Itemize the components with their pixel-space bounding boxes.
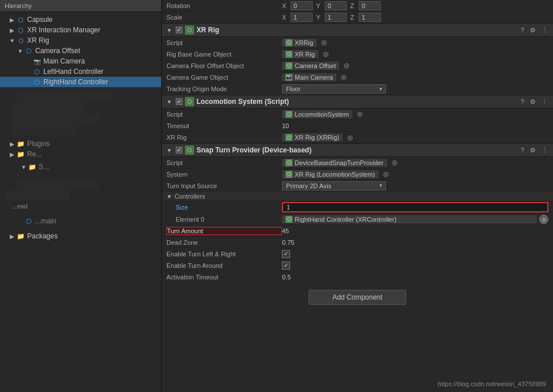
xrrig-help-btn[interactable]: ? xyxy=(519,26,526,34)
snap-turn-toggle[interactable]: ▼ xyxy=(165,146,173,154)
tree-arrow-xr-rig: ▼ xyxy=(8,38,16,44)
snap-turn-input-source-select[interactable]: Primary 2D Axis Secondary 2D Axis xyxy=(282,181,386,191)
xrrig-rig-base-circle[interactable]: ◎ xyxy=(323,50,329,58)
locomotion-comp-icon: ⬡ xyxy=(185,97,194,106)
controllers-size-input[interactable] xyxy=(282,202,548,212)
tree-item-xr-interaction-manager[interactable]: ▶ ⬡ XR Interaction Manager xyxy=(0,25,161,35)
xrrig-cam-floor-circle[interactable]: ◎ xyxy=(344,62,350,69)
tree-item-capsule[interactable]: ▶ ⬡ Capsule xyxy=(0,14,161,25)
controllers-size-value xyxy=(282,202,548,212)
xrrig-script-label: Script xyxy=(166,39,282,46)
xrrig-cam-game-ref: 📷 Main Camera xyxy=(282,73,336,81)
locomotion-xrrig-circle[interactable]: ◎ xyxy=(347,134,353,141)
xrrig-toggle[interactable]: ▼ xyxy=(165,26,173,34)
xrrig-settings-btn[interactable]: ⚙ xyxy=(528,26,537,35)
locomotion-timeout-label: Timeout xyxy=(166,122,282,129)
blurred-text-read: ...ead xyxy=(12,203,28,210)
rotation-y-input[interactable]: 0 xyxy=(325,1,347,10)
locomotion-toggle[interactable]: ▼ xyxy=(165,98,173,106)
rotation-y-item: Y 0 xyxy=(316,1,347,10)
activation-timeout-value: 0.5 xyxy=(282,274,548,281)
locomotion-menu-btn[interactable]: ⋮ xyxy=(540,98,550,106)
hierarchy-title: Hierarchy xyxy=(5,2,32,9)
snap-turn-arrow: ▼ xyxy=(166,147,172,154)
scale-x-item: X 1 xyxy=(282,13,313,22)
scale-z-input[interactable]: 1 xyxy=(359,13,381,22)
snap-turn-input-source-row: Turn Input Source Primary 2D Axis Second… xyxy=(162,180,553,192)
dead-zone-text: 0.75 xyxy=(282,239,294,246)
snap-turn-script-label: Script xyxy=(166,159,282,166)
tree-item-lefthand-controller[interactable]: ⬡ LeftHand Controller xyxy=(0,66,161,77)
xrrig-cam-game-circle[interactable]: ◎ xyxy=(341,73,347,81)
tree-item-blurred1[interactable]: ▶ 📁 Plugins xyxy=(0,139,161,149)
snap-turn-comp-title: Snap Turn Provider (Device-based) xyxy=(196,146,519,154)
folder-icon-packages: 📁 xyxy=(16,232,25,241)
locomotion-settings-btn[interactable]: ⚙ xyxy=(528,98,537,106)
snap-turn-input-source-dropdown-wrapper: Primary 2D Axis Secondary 2D Axis xyxy=(282,181,386,191)
xrrig-tracking-value: Floor Device Unknown xyxy=(282,84,548,94)
blurred-label3: S... xyxy=(39,163,49,171)
add-component-button[interactable]: Add Component xyxy=(309,290,406,305)
element0-select-btn[interactable]: ◎ xyxy=(539,215,548,224)
activation-timeout-row: Activation Timeout 0.5 xyxy=(162,271,553,283)
scale-x-input[interactable]: 1 xyxy=(291,13,313,22)
folder-icon-plugins: 📁 xyxy=(16,139,25,148)
enable-turn-around-checkbox[interactable]: ✓ xyxy=(282,262,290,270)
tree-item-xr-rig[interactable]: ▼ ⬡ XR Rig xyxy=(0,35,161,46)
rotation-z-input[interactable]: 0 xyxy=(359,1,381,10)
snap-turn-settings-btn[interactable]: ⚙ xyxy=(528,146,537,155)
locomotion-script-label: Script xyxy=(166,111,282,118)
tree-item-blurred2[interactable]: ▶ 📁 Re... xyxy=(0,149,161,159)
tree-item-camera-offset[interactable]: ▼ ⬡ Camera Offset xyxy=(0,46,161,56)
xrrig-tracking-select[interactable]: Floor Device Unknown xyxy=(282,84,386,94)
xrrig-actions: ? ⚙ ⋮ xyxy=(519,26,550,35)
locomotion-timeout-value: 10 xyxy=(282,122,548,129)
controllers-header: ▼ Controllers xyxy=(162,192,553,201)
enable-turn-around-value: ✓ xyxy=(282,262,548,270)
snap-turn-help-btn[interactable]: ? xyxy=(519,146,526,154)
locomotion-header: ▼ ⬡ Locomotion System (Script) ? ⚙ ⋮ xyxy=(162,95,553,109)
transform-section: Rotation X 0 Y 0 Z 0 xyxy=(162,0,553,23)
snap-turn-menu-btn[interactable]: ⋮ xyxy=(540,146,550,155)
xrrig-rig-base-value: ⬡ XR Rig ◎ xyxy=(282,50,548,58)
snap-turn-script-circle[interactable]: ◎ xyxy=(392,159,398,166)
rotation-x-input[interactable]: 0 xyxy=(291,1,313,10)
locomotion-script-row: Script ⬡ LocomotionSystem ◎ xyxy=(162,109,553,120)
xrrig-checkbox[interactable] xyxy=(176,27,183,33)
xrrig-script-circle[interactable]: ◎ xyxy=(321,39,327,46)
scale-y-input[interactable]: 1 xyxy=(325,13,347,22)
snap-turn-checkbox[interactable] xyxy=(176,147,183,154)
locomotion-xrrig-value: ⬡ XR Rig (XRRig) ◎ xyxy=(282,133,548,141)
gameobj-icon-main: ⬡ xyxy=(24,216,34,226)
locomotion-script-circle[interactable]: ◎ xyxy=(357,110,363,118)
righthand-label: RightHand Controller xyxy=(43,78,108,86)
xrrig-component: ▼ ⬡ XR Rig ? ⚙ ⋮ Script ⬡ XRRig ◎ xyxy=(162,23,553,95)
locomotion-help-btn[interactable]: ? xyxy=(519,98,526,106)
xrrig-menu-btn[interactable]: ⋮ xyxy=(540,26,550,35)
xrrig-script-row: Script ⬡ XRRig ◎ xyxy=(162,37,553,48)
snap-turn-script-ref: ⬡ DeviceBasedSnapTurnProvider xyxy=(282,159,387,167)
size-input-wrapper xyxy=(282,202,548,212)
snap-turn-script-row: Script ⬡ DeviceBasedSnapTurnProvider ◎ xyxy=(162,157,553,169)
tree-item-blurred-main[interactable]: ⬡ ...main xyxy=(0,216,161,226)
xrrig-cam-floor-text: Camera Offset xyxy=(295,62,336,69)
tree-item-packages[interactable]: ▶ 📁 Packages xyxy=(0,231,161,241)
enable-turn-lr-checkbox[interactable]: ✓ xyxy=(282,250,290,258)
lefthand-label: LeftHand Controller xyxy=(43,68,103,76)
locomotion-checkbox[interactable] xyxy=(176,98,183,105)
snap-turn-component: ▼ ⬡ Snap Turn Provider (Device-based) ? … xyxy=(162,143,553,283)
xrrig-tracking-dropdown-wrapper: Floor Device Unknown xyxy=(282,84,386,94)
activation-timeout-label: Activation Timeout xyxy=(166,274,282,281)
xrrig-cam-game-text: Main Camera xyxy=(295,74,333,81)
tree-item-righthand-controller[interactable]: ⬡ RightHand Controller xyxy=(0,77,161,87)
tree-item-blurred3[interactable]: ▼ 📁 S... xyxy=(12,162,161,172)
snap-turn-system-circle[interactable]: ◎ xyxy=(383,170,389,178)
xrrig-arrow: ▼ xyxy=(166,27,172,33)
xrrig-cam-game-value: 📷 Main Camera ◎ xyxy=(282,73,548,81)
snap-turn-header: ▼ ⬡ Snap Turn Provider (Device-based) ? … xyxy=(162,143,553,157)
snap-turn-script-icon: ⬡ xyxy=(285,159,292,166)
tree-item-main-camera[interactable]: 📷 Main Camera xyxy=(0,56,161,66)
xrrig-script-value: ⬡ XRRig ◎ xyxy=(282,39,548,47)
xrrig-tracking-row: Tracking Origin Mode Floor Device Unknow… xyxy=(162,83,553,95)
snap-turn-input-source-label: Turn Input Source xyxy=(166,182,282,189)
